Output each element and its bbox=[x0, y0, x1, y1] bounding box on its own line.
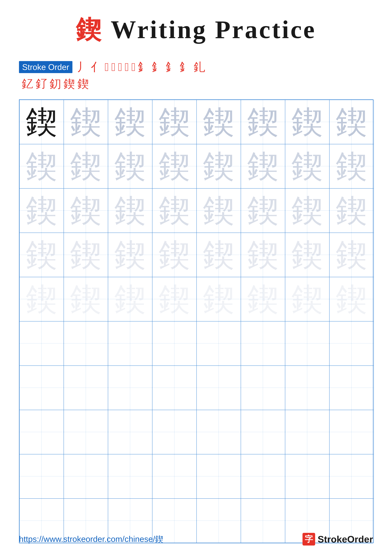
stroke-step-3: 𠂆 bbox=[105, 61, 109, 74]
grid-cell-r9c1[interactable] bbox=[20, 454, 64, 498]
grid-cell-r7c3[interactable] bbox=[108, 366, 152, 410]
grid-cell-r3c7[interactable]: 鍥 bbox=[285, 189, 329, 233]
grid-cell-r4c3[interactable]: 鍥 bbox=[108, 233, 152, 277]
grid-cell-r8c1[interactable] bbox=[20, 410, 64, 454]
grid-row-6 bbox=[20, 321, 374, 366]
grid-cell-r6c1[interactable] bbox=[20, 321, 64, 366]
char-guide: 鍥 bbox=[336, 237, 367, 272]
grid-row-5: 鍥 鍥 鍥 鍥 鍥 鍥 鍥 bbox=[20, 277, 374, 321]
stroke-step-6: 𠄌 bbox=[125, 61, 129, 74]
grid-cell-r9c6[interactable] bbox=[241, 454, 285, 498]
grid-cell-r4c1[interactable]: 鍥 bbox=[20, 233, 64, 277]
grid-cell-r8c3[interactable] bbox=[108, 410, 152, 454]
grid-cell-r1c3[interactable]: 鍥 bbox=[108, 100, 152, 144]
grid-cell-r2c6[interactable]: 鍥 bbox=[241, 144, 285, 189]
grid-cell-r1c8[interactable]: 鍥 bbox=[329, 100, 374, 144]
grid-cell-r5c3[interactable]: 鍥 bbox=[108, 277, 152, 321]
grid-cell-r2c3[interactable]: 鍥 bbox=[108, 144, 152, 189]
grid-cell-r6c3[interactable] bbox=[108, 321, 152, 366]
grid-cell-r6c8[interactable] bbox=[329, 321, 374, 366]
char-guide: 鍥 bbox=[247, 104, 279, 139]
grid-cell-r3c8[interactable]: 鍥 bbox=[329, 189, 374, 233]
grid-cell-r1c7[interactable]: 鍥 bbox=[285, 100, 329, 144]
grid-cell-r8c4[interactable] bbox=[152, 410, 197, 454]
grid-cell-r1c4[interactable]: 鍥 bbox=[152, 100, 197, 144]
grid-cell-r9c4[interactable] bbox=[152, 454, 197, 498]
char-guide: 鍥 bbox=[203, 104, 235, 139]
grid-cell-r4c4[interactable]: 鍥 bbox=[152, 233, 197, 277]
char-guide: 鍥 bbox=[70, 149, 102, 184]
grid-cell-r5c7[interactable]: 鍥 bbox=[285, 277, 329, 321]
grid-cell-r2c7[interactable]: 鍥 bbox=[285, 144, 329, 189]
char-guide: 鍥 bbox=[247, 149, 279, 184]
grid-cell-r3c1[interactable]: 鍥 bbox=[20, 189, 64, 233]
grid-cell-r5c2[interactable]: 鍥 bbox=[64, 277, 108, 321]
grid-cell-r6c5[interactable] bbox=[197, 321, 241, 366]
grid-cell-r8c5[interactable] bbox=[197, 410, 241, 454]
grid-cell-r8c6[interactable] bbox=[241, 410, 285, 454]
grid-cell-r6c4[interactable] bbox=[152, 321, 197, 366]
grid-cell-r2c2[interactable]: 鍥 bbox=[64, 144, 108, 189]
grid-cell-r2c5[interactable]: 鍥 bbox=[197, 144, 241, 189]
char-guide: 鍥 bbox=[70, 282, 102, 317]
grid-cell-r3c6[interactable]: 鍥 bbox=[241, 189, 285, 233]
grid-cell-r8c2[interactable] bbox=[64, 410, 108, 454]
grid-cell-r4c7[interactable]: 鍥 bbox=[285, 233, 329, 277]
grid-cell-r9c7[interactable] bbox=[285, 454, 329, 498]
grid-cell-r4c5[interactable]: 鍥 bbox=[197, 233, 241, 277]
char-guide: 鍥 bbox=[292, 149, 323, 184]
grid-cell-r1c6[interactable]: 鍥 bbox=[241, 100, 285, 144]
grid-cell-r1c1[interactable]: 鍥 bbox=[20, 100, 64, 144]
grid-cell-r4c6[interactable]: 鍥 bbox=[241, 233, 285, 277]
grid-cell-r8c8[interactable] bbox=[329, 410, 374, 454]
char-guide: 鍥 bbox=[70, 193, 102, 228]
char-guide: 鍥 bbox=[159, 237, 190, 272]
grid-cell-r7c4[interactable] bbox=[152, 366, 197, 410]
grid-cell-r5c6[interactable]: 鍥 bbox=[241, 277, 285, 321]
grid-cell-r9c3[interactable] bbox=[108, 454, 152, 498]
practice-grid: 鍥 鍥 鍥 鍥 鍥 鍥 鍥 bbox=[19, 99, 373, 543]
grid-cell-r6c7[interactable] bbox=[285, 321, 329, 366]
grid-cell-r5c8[interactable]: 鍥 bbox=[329, 277, 374, 321]
grid-cell-r8c7[interactable] bbox=[285, 410, 329, 454]
grid-cell-r7c2[interactable] bbox=[64, 366, 108, 410]
grid-cell-r2c4[interactable]: 鍥 bbox=[152, 144, 197, 189]
grid-cell-r3c4[interactable]: 鍥 bbox=[152, 189, 197, 233]
grid-cell-r6c2[interactable] bbox=[64, 321, 108, 366]
char-main: 鍥 bbox=[26, 104, 57, 139]
grid-cell-r9c5[interactable] bbox=[197, 454, 241, 498]
grid-cell-r1c2[interactable]: 鍥 bbox=[64, 100, 108, 144]
grid-cell-r5c1[interactable]: 鍥 bbox=[20, 277, 64, 321]
char-guide: 鍥 bbox=[70, 237, 102, 272]
char-guide: 鍥 bbox=[26, 149, 57, 184]
grid-cell-r9c8[interactable] bbox=[329, 454, 374, 498]
grid-cell-r4c2[interactable]: 鍥 bbox=[64, 233, 108, 277]
grid-cell-r7c8[interactable] bbox=[329, 366, 374, 410]
grid-cell-r5c5[interactable]: 鍥 bbox=[197, 277, 241, 321]
grid-cell-r2c1[interactable]: 鍥 bbox=[20, 144, 64, 189]
char-guide: 鍥 bbox=[159, 193, 190, 228]
grid-cell-r3c3[interactable]: 鍥 bbox=[108, 189, 152, 233]
grid-cell-r2c8[interactable]: 鍥 bbox=[329, 144, 374, 189]
footer: https://www.strokeorder.com/chinese/鍥 字 … bbox=[19, 533, 373, 546]
grid-cell-r3c5[interactable]: 鍥 bbox=[197, 189, 241, 233]
grid-cell-r1c5[interactable]: 鍥 bbox=[197, 100, 241, 144]
grid-cell-r9c2[interactable] bbox=[64, 454, 108, 498]
char-guide: 鍥 bbox=[114, 193, 146, 228]
grid-cell-r7c7[interactable] bbox=[285, 366, 329, 410]
stroke-step-13: 釔 bbox=[22, 76, 33, 91]
grid-cell-r3c2[interactable]: 鍥 bbox=[64, 189, 108, 233]
stroke-step-10: 釒 bbox=[166, 59, 177, 75]
grid-cell-r7c5[interactable] bbox=[197, 366, 241, 410]
grid-cell-r5c4[interactable]: 鍥 bbox=[152, 277, 197, 321]
char-guide: 鍥 bbox=[114, 104, 146, 139]
footer-url[interactable]: https://www.strokeorder.com/chinese/鍥 bbox=[19, 534, 163, 545]
grid-row-3: 鍥 鍥 鍥 鍥 鍥 鍥 鍥 bbox=[20, 189, 374, 233]
grid-cell-r4c8[interactable]: 鍥 bbox=[329, 233, 374, 277]
char-guide: 鍥 bbox=[292, 237, 323, 272]
grid-cell-r7c1[interactable] bbox=[20, 366, 64, 410]
grid-cell-r7c6[interactable] bbox=[241, 366, 285, 410]
char-guide: 鍥 bbox=[159, 282, 190, 317]
grid-cell-r6c6[interactable] bbox=[241, 321, 285, 366]
brand-name: StrokeOrder bbox=[318, 534, 373, 545]
